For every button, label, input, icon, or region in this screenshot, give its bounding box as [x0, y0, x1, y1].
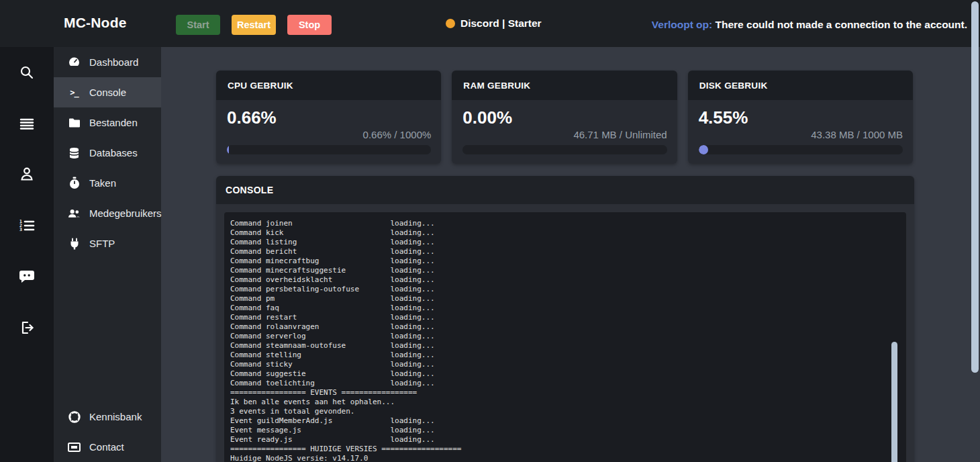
console-output[interactable]: Command joinenloading...Command kickload… [224, 212, 906, 462]
disk-usage-value: 4.55% [699, 107, 903, 128]
console-title: CONSOLE [216, 176, 914, 204]
sidebar-item-taken[interactable]: Taken [54, 168, 161, 198]
stop-button[interactable]: Stop [287, 15, 332, 35]
server-status: Discord | Starter [446, 17, 542, 30]
console-line: Command persbetaling-outofuseloading... [230, 285, 906, 294]
expiry-label: Verloopt op: [652, 19, 712, 30]
ram-usage-detail: 46.71 MB / Unlimited [462, 129, 667, 140]
search-icon[interactable] [16, 62, 38, 83]
sidebar-item-label: Kennisbank [89, 411, 142, 422]
sidebar-nav: Dashboard >_ Console Bestanden Databases… [54, 47, 161, 462]
sidebar-item-label: Databases [89, 147, 138, 158]
disk-usage-card: DISK GEBRUIK 4.55% 43.38 MB / 1000 MB [688, 71, 913, 164]
plug-icon [68, 238, 81, 250]
console-line: Command stellingloading... [230, 351, 906, 360]
sidebar-item-label: Bestanden [89, 117, 138, 128]
menu-bars-icon[interactable] [16, 113, 38, 134]
ram-usage-card: RAM GEBRUIK 0.00% 46.71 MB / Unlimited [452, 71, 677, 164]
sidebar-item-label: Medegebruikers [89, 207, 162, 219]
cpu-usage-detail: 0.66% / 1000% [227, 129, 431, 140]
disk-progress-fill [699, 145, 708, 154]
svg-text:3: 3 [19, 227, 22, 232]
life-ring-icon [68, 411, 81, 423]
cpu-usage-value: 0.66% [227, 107, 431, 128]
console-line: Command minecraftbugloading... [230, 257, 906, 266]
console-line: Command faqloading... [230, 304, 906, 313]
sidebar-bottom-group: Kennisbank Contact [54, 402, 161, 462]
disk-usage-detail: 43.38 MB / 1000 MB [699, 129, 903, 140]
topbar: MC-Node Start Restart Stop Discord | Sta… [0, 0, 980, 47]
sidebar-item-label: Dashboard [89, 56, 138, 68]
console-line: Event message.jsloading... [230, 426, 906, 435]
console-panel: CONSOLE Command joinenloading...Command … [216, 176, 914, 462]
status-dot-icon [446, 19, 455, 28]
card-title: RAM GEBRUIK [452, 71, 677, 100]
console-line: ================= EVENTS ===============… [230, 388, 906, 398]
card-title: DISK GEBRUIK [688, 71, 913, 100]
console-line: Command suggestieloading... [230, 369, 906, 379]
console-line: Command toelichtingloading... [230, 379, 906, 388]
expiry-notice: Verloopt op: There could not made a conn… [652, 19, 967, 31]
expiry-message: There could not made a connection to the… [716, 19, 967, 30]
console-line: Command overheidsklachtloading... [230, 275, 906, 285]
ram-usage-value: 0.00% [462, 107, 667, 128]
disk-progress-track [699, 145, 903, 154]
sidebar-item-console[interactable]: >_ Console [54, 77, 161, 107]
sidebar-item-bestanden[interactable]: Bestanden [54, 107, 161, 138]
sidebar-item-dashboard[interactable]: Dashboard [54, 47, 161, 77]
sidebar-item-contact[interactable]: Contact [54, 432, 161, 462]
cpu-progress-track [227, 145, 431, 154]
console-line: Command steamnaam-outofuseloading... [230, 341, 906, 351]
console-line: Event guildMemberAdd.jsloading... [230, 416, 906, 426]
icon-rail: 123 [0, 47, 54, 462]
sidebar-item-label: Contact [89, 441, 124, 453]
console-line: Huidige NodeJS versie: v14.17.0 [230, 454, 906, 462]
folder-icon [68, 118, 81, 128]
logout-icon[interactable] [16, 317, 38, 338]
sidebar-item-sftp[interactable]: SFTP [54, 228, 161, 259]
user-icon[interactable] [16, 163, 38, 185]
cpu-usage-card: CPU GEBRUIK 0.66% 0.66% / 1000% [216, 71, 441, 164]
sidebar-item-label: SFTP [89, 238, 115, 249]
ordered-list-icon[interactable]: 123 [16, 215, 38, 236]
console-line: Event ready.jsloading... [230, 435, 906, 445]
main-content: CPU GEBRUIK 0.66% 0.66% / 1000% RAM GEBR… [161, 47, 980, 462]
sidebar-item-databases[interactable]: Databases [54, 138, 161, 168]
console-line: Command listingloading... [230, 238, 906, 247]
console-line: Command serverlogloading... [230, 332, 906, 341]
console-line: Command stickyloading... [230, 360, 906, 369]
sidebar-item-label: Taken [89, 177, 116, 189]
restart-button[interactable]: Restart [232, 15, 276, 35]
console-line: Command joinenloading... [230, 219, 906, 228]
users-icon [68, 208, 81, 219]
ram-progress-track [462, 145, 667, 154]
page-scrollbar-thumb[interactable] [971, 1, 979, 373]
stat-cards-row: CPU GEBRUIK 0.66% 0.66% / 1000% RAM GEBR… [216, 71, 913, 164]
sidebar-item-medegebruikers[interactable]: Medegebruikers [54, 198, 161, 228]
console-line: Command rolaanvragenloading... [230, 322, 906, 332]
console-line: ================= HUIDIGE VERSIES ======… [230, 445, 906, 454]
console-line: Command pmloading... [230, 294, 906, 304]
database-icon [68, 147, 81, 159]
sidebar-item-label: Console [89, 87, 126, 98]
cpu-progress-fill [227, 145, 229, 154]
terminal-icon: >_ [68, 88, 81, 97]
gauge-icon [68, 56, 81, 68]
stopwatch-icon [68, 177, 81, 189]
server-name: Discord | Starter [460, 17, 542, 30]
console-line: Command minecraftsuggestieloading... [230, 266, 906, 275]
sidebar-item-kennisbank[interactable]: Kennisbank [54, 402, 161, 432]
card-title: CPU GEBRUIK [216, 71, 441, 100]
power-buttons: Start Restart Stop [176, 15, 332, 35]
console-line: Ik ben alle events aan het ophalen... [230, 398, 906, 407]
console-line: 3 events in totaal gevonden. [230, 407, 906, 416]
console-line: Command restartloading... [230, 313, 906, 322]
discord-icon[interactable] [16, 265, 38, 287]
console-line: Command kickloading... [230, 228, 906, 238]
contact-icon [68, 443, 81, 452]
app-brand: MC-Node [64, 15, 127, 31]
start-button[interactable]: Start [176, 15, 220, 35]
console-line: Command berichtloading... [230, 247, 906, 257]
